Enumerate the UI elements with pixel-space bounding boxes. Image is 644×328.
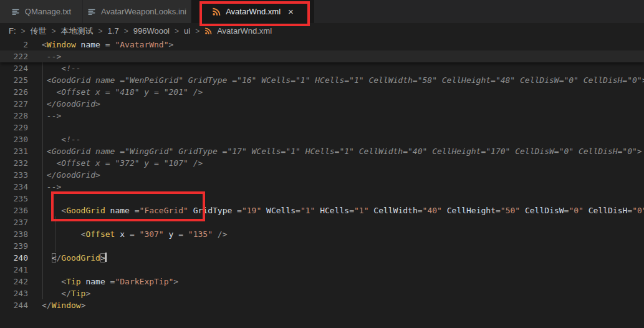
line-content[interactable]	[28, 216, 644, 228]
line-content[interactable]	[28, 240, 644, 252]
line-number: 244	[0, 299, 28, 311]
line-content[interactable]: <!--	[28, 62, 644, 74]
token-tag-name: GoodGrid	[66, 206, 105, 215]
code-line: 227 </GoodGrid>	[0, 98, 644, 110]
breadcrumb-item[interactable]: 996Woool	[133, 26, 170, 36]
breadcrumb-item[interactable]: 1.7	[108, 26, 119, 36]
line-content[interactable]	[28, 193, 644, 205]
token-string-value: "40"	[423, 206, 442, 215]
token-punctuation: =	[296, 206, 300, 215]
line-number: 240	[0, 252, 28, 264]
tab-QManage.txt[interactable]: QManage.txt	[0, 0, 83, 23]
code-line: 222 -->	[0, 51, 644, 62]
line-number: 222	[0, 51, 28, 62]
token-attribute-name: HCells	[315, 206, 349, 215]
line-content[interactable]: -->	[28, 110, 644, 122]
token-attribute-name: CellHeight	[442, 206, 496, 215]
code-line: 228 -->	[0, 110, 644, 122]
text-file-icon	[87, 7, 96, 16]
line-number: 237	[0, 216, 28, 228]
xml-file-icon	[212, 7, 221, 16]
line-content[interactable]: <Tip name ="DarkExpTip">	[28, 276, 644, 287]
line-number: 242	[0, 276, 28, 287]
code-line: 244</Window>	[0, 299, 644, 311]
code-line: 242 <Tip name ="DarkExpTip">	[0, 276, 644, 287]
breadcrumb-item[interactable]: F:	[9, 26, 16, 36]
chevron-right-icon: >	[175, 27, 179, 36]
tab-AvatarWeaponLooks.ini[interactable]: AvatarWeaponLooks.ini	[83, 0, 191, 23]
breadcrumb-item[interactable]: 本地测试	[61, 26, 94, 37]
line-content[interactable]	[28, 122, 644, 133]
line-content[interactable]: <Offset x = "372" y = "107" />	[28, 157, 644, 169]
indent-guide	[55, 216, 55, 252]
token-comment: </GoodGrid>	[42, 170, 100, 180]
token-punctuation: =	[125, 229, 139, 239]
tab-AvatarWnd.xml[interactable]: AvatarWnd.xml×	[191, 0, 315, 23]
token-attribute-name: x	[115, 229, 125, 239]
line-content[interactable]: <Window name = "AvatarWnd">	[28, 39, 644, 51]
line-number: 225	[0, 74, 28, 86]
text-file-icon	[11, 7, 20, 16]
line-content[interactable]: </GoodGrid>	[28, 169, 644, 181]
close-icon[interactable]: ×	[288, 7, 294, 16]
line-content[interactable]: </Window>	[28, 299, 644, 311]
line-content[interactable]: <Offset x = "307" y = "135" />	[28, 228, 644, 240]
token-punctuation: </	[42, 289, 71, 298]
line-content[interactable]: <!--	[28, 133, 644, 145]
token-punctuation: <	[42, 206, 66, 215]
line-number: 236	[0, 205, 28, 216]
chevron-right-icon: >	[52, 27, 56, 36]
code-editor[interactable]: 2<Window name = "AvatarWnd">222 --> 224 …	[0, 39, 644, 328]
code-line: 239	[0, 240, 644, 252]
line-content[interactable]: <GoodGrid name ="WingGrid" GridType ="17…	[28, 145, 644, 157]
token-punctuation: =	[349, 206, 354, 215]
line-number: 235	[0, 193, 28, 205]
line-content[interactable]: </GoodGrid>	[28, 98, 644, 110]
tab-label: AvatarWeaponLooks.ini	[101, 7, 186, 16]
token-punctuation: =	[100, 40, 115, 49]
line-number: 243	[0, 287, 28, 299]
chevron-right-icon: >	[21, 27, 26, 36]
token-tag-name: Tip	[66, 277, 80, 286]
token-punctuation: =	[418, 206, 423, 215]
indent-guide	[42, 62, 43, 299]
code-line: 229	[0, 122, 644, 133]
token-comment: -->	[42, 182, 61, 191]
breadcrumb-file[interactable]: AvatarWnd.xml	[217, 26, 272, 36]
line-content[interactable]: </Tip>	[28, 287, 644, 299]
code-line: 224 <!--	[0, 62, 644, 74]
line-content[interactable]: <Offset x = "418" y = "201" />	[28, 86, 644, 98]
code-line: 237	[0, 216, 644, 228]
token-tag-name: Offset	[85, 229, 115, 239]
token-string-value: "19"	[242, 206, 261, 215]
line-number: 233	[0, 169, 28, 181]
token-comment: </GoodGrid>	[42, 99, 100, 109]
token-punctuation	[42, 253, 52, 263]
token-string-value: "0"	[569, 206, 583, 215]
token-tag-name: Window	[47, 40, 76, 49]
code-line: 235	[0, 193, 644, 205]
code-line: 230 <!--	[0, 133, 644, 145]
line-content[interactable]: <GoodGrid name ="FaceGrid" GridType ="19…	[28, 205, 644, 216]
line-content[interactable]	[28, 264, 644, 276]
breadcrumb-item[interactable]: ui	[184, 26, 190, 36]
sticky-scroll: 2<Window name = "AvatarWnd">222 -->	[0, 39, 644, 62]
token-attribute-name: GridType	[188, 206, 232, 215]
token-punctuation: />	[213, 229, 227, 239]
token-string-value: "0"	[632, 206, 644, 215]
code-line: 236 <GoodGrid name ="FaceGrid" GridType …	[0, 205, 644, 216]
line-content[interactable]: -->	[28, 181, 644, 193]
line-number: 234	[0, 181, 28, 193]
token-punctuation: =	[232, 206, 242, 215]
line-content[interactable]: -->	[28, 51, 644, 62]
token-tag-name: Tip	[71, 289, 85, 298]
line-content[interactable]: <GoodGrid name ="WenPeiGrid" GridType ="…	[28, 74, 644, 86]
token-punctuation: =	[105, 277, 115, 286]
code-line: 2<Window name = "AvatarWnd">	[0, 39, 644, 51]
token-punctuation: >	[173, 277, 178, 286]
token-string-value: "135"	[188, 229, 213, 239]
breadcrumb-item[interactable]: 传世	[31, 26, 47, 37]
token-tag-name: GoodGrid	[61, 253, 100, 263]
vscode-window: QManage.txtAvatarWeaponLooks.iniAvatarWn…	[0, 0, 644, 328]
line-content[interactable]: </GoodGrid>	[28, 252, 644, 264]
